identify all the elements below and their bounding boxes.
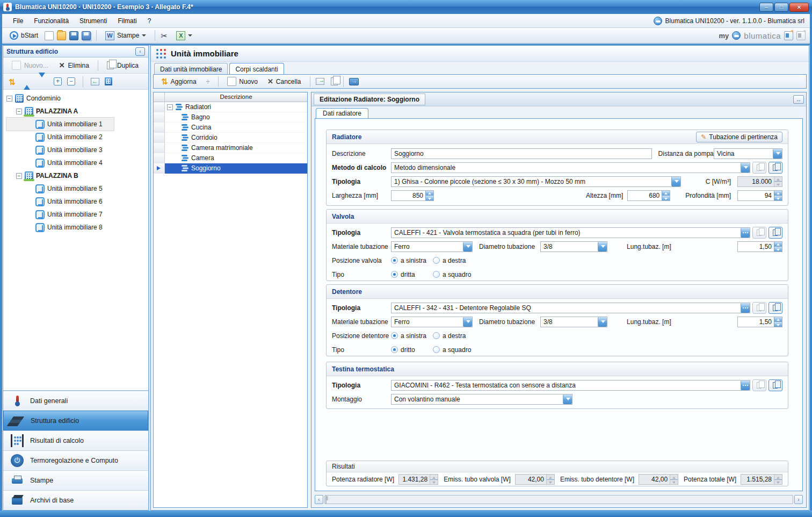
tree-item-palazzina-a[interactable]: − PALAZZINA A xyxy=(6,105,148,118)
tipologia-radiatore-select[interactable]: 1) Ghisa - Colonne piccole (sezione ≤ 30… xyxy=(391,176,681,187)
tipo-dritto-radio[interactable]: dritto xyxy=(391,346,433,354)
elimina-button[interactable]: ✕ Elimina xyxy=(55,60,93,71)
new-file-icon[interactable] xyxy=(45,31,54,40)
posizione-sinistra-radio[interactable]: a sinistra xyxy=(391,332,433,340)
tab-corpi-scaldanti[interactable]: Corpi scaldanti xyxy=(229,63,284,74)
import-icon[interactable] xyxy=(91,78,99,85)
spin-down-icon[interactable] xyxy=(774,246,782,252)
spin-up-icon[interactable] xyxy=(662,191,670,196)
tubazione-di-pertinenza-button[interactable]: ✎ Tubazione di pertinenza xyxy=(696,132,782,142)
bstart-button[interactable]: bStart xyxy=(6,30,41,41)
cancella-button[interactable]: ✕ Cancella xyxy=(264,76,305,87)
tab-dati-radiatore[interactable]: Dati radiatore xyxy=(316,108,368,118)
save-icon[interactable] xyxy=(69,31,78,40)
posizione-destra-radio[interactable]: a destra xyxy=(433,257,466,264)
copy-to-button[interactable] xyxy=(769,162,782,174)
expand-panel-icon[interactable] xyxy=(793,95,804,104)
refresh-icon[interactable]: ⇅ xyxy=(9,77,18,86)
grid-row[interactable]: Camera matrimoniale xyxy=(154,143,307,153)
tipo-squadro-radio[interactable]: a squadro xyxy=(433,271,471,278)
collapse-node-icon[interactable]: − xyxy=(167,104,173,110)
nav-struttura-edificio[interactable]: Struttura edificio xyxy=(3,411,148,430)
collapse-sidebar-button[interactable]: ‹ xyxy=(135,47,145,56)
tree-item-unita-4[interactable]: Unità immobiliare 4 xyxy=(6,156,148,169)
nuovo-button[interactable]: Nuovo... xyxy=(8,59,53,71)
menu-file[interactable]: File xyxy=(8,15,28,27)
spin-up-icon[interactable] xyxy=(774,317,782,322)
diametro-tubazione-select[interactable]: 3/8 xyxy=(540,241,607,252)
spin-down-icon[interactable] xyxy=(426,195,433,200)
lunghezza-tubazione-spinner[interactable]: 1,50 xyxy=(737,317,782,327)
building-report-icon[interactable] xyxy=(105,77,112,85)
collapse-node-icon[interactable]: − xyxy=(6,96,12,102)
tools-icon[interactable]: ✂ xyxy=(161,31,170,40)
row-selector[interactable] xyxy=(154,133,165,143)
posizione-destra-radio[interactable]: a destra xyxy=(433,332,466,340)
tipologia-valvola-select[interactable]: CALEFFI - 421 - Valvola termostatica a s… xyxy=(391,227,750,238)
row-selector[interactable] xyxy=(154,163,165,174)
copy-from-button[interactable] xyxy=(752,227,766,239)
descrizione-input[interactable]: Soggiorno xyxy=(391,148,652,159)
nuovo-radiatore-button[interactable]: Nuovo xyxy=(224,76,261,87)
grid-row[interactable]: Cucina xyxy=(154,123,307,133)
collapse-all-icon[interactable]: − xyxy=(67,77,75,85)
grid-row[interactable]: Camera xyxy=(154,153,307,163)
save-as-icon[interactable] xyxy=(82,31,91,40)
menu-filmati[interactable]: Filmati xyxy=(112,15,142,27)
menu-strumenti[interactable]: Strumenti xyxy=(74,15,112,27)
scrollbar-thumb[interactable] xyxy=(325,496,327,504)
move-down-icon[interactable] xyxy=(39,73,45,85)
collapse-node-icon[interactable]: − xyxy=(16,109,22,114)
row-selector[interactable] xyxy=(154,143,165,153)
tree-item-unita-5[interactable]: Unità immobiliare 5 xyxy=(6,182,148,195)
stampe-button[interactable]: W Stampe xyxy=(102,30,149,41)
materiale-tubazione-select[interactable]: Ferro xyxy=(391,241,473,252)
spin-down-icon[interactable] xyxy=(774,321,782,327)
copy-to-button[interactable] xyxy=(769,379,782,391)
diametro-tubazione-select[interactable]: 3/8 xyxy=(540,317,607,327)
tree-item-unita-8[interactable]: Unità immobiliare 8 xyxy=(6,221,148,234)
grid-row[interactable]: Corridoio xyxy=(154,133,307,143)
grid-row-selected[interactable]: Soggiorno xyxy=(154,163,307,174)
spin-up-icon[interactable] xyxy=(774,191,782,196)
spin-up-icon[interactable] xyxy=(426,191,433,196)
maximize-button[interactable]: □ xyxy=(774,3,788,12)
tree-item-unita-3[interactable]: Unità immobiliare 3 xyxy=(6,143,148,156)
excel-export-button[interactable]: X xyxy=(173,30,195,41)
tipo-dritta-radio[interactable]: dritta xyxy=(391,271,433,278)
tipologia-testina-select[interactable]: GIACOMINI - R462 - Testa termostatica co… xyxy=(391,380,750,391)
tree-item-unita-2[interactable]: Unità immobiliare 2 xyxy=(6,131,148,143)
account-icon[interactable] xyxy=(784,31,793,40)
toggle-detail-panel-icon[interactable] xyxy=(349,78,359,85)
scrollbar-track[interactable] xyxy=(324,495,793,504)
copy-from-button[interactable] xyxy=(752,162,766,174)
posizione-sinistra-radio[interactable]: a sinistra xyxy=(391,257,433,264)
lunghezza-tubazione-spinner[interactable]: 1,50 xyxy=(737,241,782,252)
export-icon[interactable] xyxy=(316,78,324,85)
column-descrizione[interactable]: Descrizione xyxy=(165,92,307,102)
aggiorna-button[interactable]: ⇅ Aggiorna xyxy=(158,76,200,88)
tab-dati-unita-immobiliare[interactable]: Dati unità immobiliare xyxy=(154,63,228,74)
tree-item-condominio[interactable]: − Condominio xyxy=(6,92,148,105)
tree-item-unita-7[interactable]: Unità immobiliare 7 xyxy=(6,208,148,221)
menu-help[interactable]: ? xyxy=(142,15,157,27)
menu-funzionalita[interactable]: Funzionalità xyxy=(28,15,74,27)
tree-item-unita-1[interactable]: Unità immobiliare 1 xyxy=(6,118,114,131)
tipologia-detentore-select[interactable]: CALEFFI - 342 - 431 - Detentore Regolabi… xyxy=(391,303,750,313)
nav-dati-generali[interactable]: Dati generali xyxy=(3,391,148,411)
copy-from-button[interactable] xyxy=(752,379,766,391)
metodo-di-calcolo-select[interactable]: Metodo dimensionale xyxy=(391,162,750,173)
montaggio-select[interactable]: Con volantino manuale xyxy=(391,394,572,405)
duplica-button[interactable]: Duplica xyxy=(103,60,143,71)
nav-risultati-di-calcolo[interactable]: Risultati di calcolo xyxy=(3,430,148,450)
nav-stampe[interactable]: Stampe xyxy=(3,470,148,490)
open-file-icon[interactable] xyxy=(57,31,66,40)
tree-item-palazzina-b[interactable]: − PALAZZINA B xyxy=(6,169,148,182)
spin-down-icon[interactable] xyxy=(774,195,782,200)
scroll-right-button[interactable]: › xyxy=(794,495,803,504)
nav-archivi-di-base[interactable]: Archivi di base xyxy=(3,490,148,510)
expand-all-icon[interactable]: + xyxy=(54,77,62,85)
row-selector[interactable] xyxy=(154,112,165,123)
move-up-icon[interactable] xyxy=(24,77,30,90)
grid-row[interactable]: Bagno xyxy=(154,112,307,123)
